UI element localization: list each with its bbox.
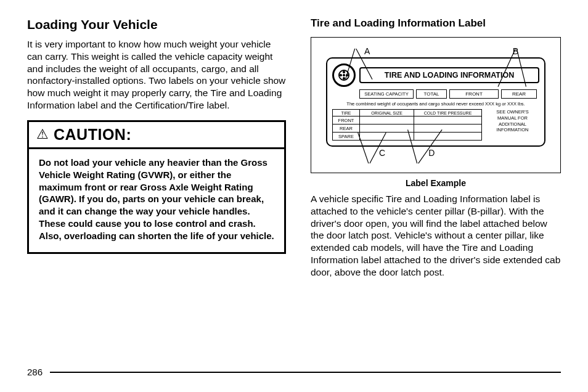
marker-d: D	[428, 148, 435, 158]
seating-total: TOTAL	[416, 89, 447, 99]
seating-label: SEATING CAPACITY	[359, 89, 414, 99]
th-tire: TIRE	[333, 110, 360, 116]
row-rear: REAR	[333, 125, 360, 133]
weight-statement: The combined weight of occupants and car…	[332, 101, 539, 107]
diagram-caption: Label Example	[311, 178, 561, 188]
caution-body: Do not load your vehicle any heavier tha…	[29, 149, 284, 252]
page-number: 286	[27, 367, 43, 377]
marker-b: B	[513, 46, 518, 56]
label-diagram: A B TIRE AND LOADING INFORMATION SEATING…	[311, 37, 561, 173]
seating-front: FRONT	[449, 89, 499, 99]
page-footer: 286	[27, 367, 561, 377]
th-pressure: COLD TIRE PRESSURE	[414, 110, 482, 116]
intro-paragraph: It is very important to know how much we…	[27, 38, 286, 112]
placard-title: TIRE AND LOADING INFORMATION	[359, 67, 539, 83]
tire-table: TIRE ORIGINAL SIZE COLD TIRE PRESSURE FR…	[332, 109, 482, 141]
heading-loading: Loading Your Vehicle	[27, 17, 286, 32]
seating-row: SEATING CAPACITY TOTAL FRONT REAR	[359, 89, 539, 99]
label-placard: TIRE AND LOADING INFORMATION SEATING CAP…	[326, 57, 545, 147]
warning-icon: ⚠	[36, 128, 49, 141]
owners-manual-note: SEE OWNER'S MANUAL FOR ADDITIONAL INFORM…	[486, 109, 539, 141]
label-location-paragraph: A vehicle specific Tire and Loading Info…	[311, 193, 561, 279]
heading-label: Tire and Loading Information Label	[311, 17, 561, 30]
marker-a: A	[364, 46, 370, 56]
th-size: ORIGINAL SIZE	[360, 110, 414, 116]
caution-box: ⚠ CAUTION: Do not load your vehicle any …	[27, 120, 286, 254]
row-spare: SPARE	[333, 133, 360, 141]
caution-header: ⚠ CAUTION:	[29, 122, 284, 149]
footer-rule	[50, 372, 561, 373]
caution-title: CAUTION:	[54, 126, 131, 144]
row-front: FRONT	[333, 116, 360, 125]
marker-c: C	[379, 148, 385, 158]
tire-icon	[332, 63, 356, 87]
seating-rear: REAR	[501, 89, 537, 99]
